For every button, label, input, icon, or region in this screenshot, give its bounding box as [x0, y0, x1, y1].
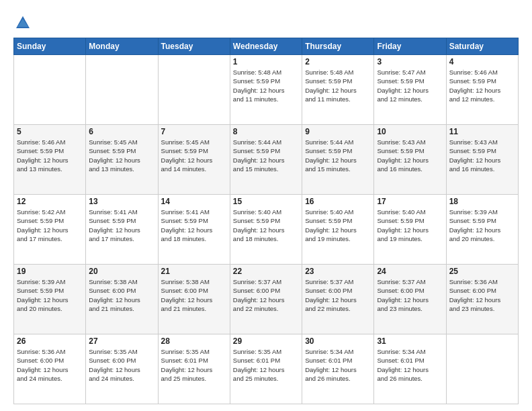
day-info: Sunrise: 5:39 AM Sunset: 5:59 PM Dayligh…	[17, 277, 83, 313]
calendar-cell: 2Sunrise: 5:48 AM Sunset: 5:59 PM Daylig…	[302, 55, 374, 125]
calendar-cell: 22Sunrise: 5:37 AM Sunset: 6:00 PM Dayli…	[230, 265, 302, 334]
calendar-cell: 20Sunrise: 5:38 AM Sunset: 6:00 PM Dayli…	[86, 265, 158, 334]
calendar-cell: 6Sunrise: 5:45 AM Sunset: 5:59 PM Daylig…	[86, 125, 158, 195]
day-info: Sunrise: 5:48 AM Sunset: 5:59 PM Dayligh…	[305, 68, 371, 103]
day-info: Sunrise: 5:37 AM Sunset: 6:00 PM Dayligh…	[233, 277, 299, 313]
calendar-cell	[158, 55, 230, 125]
calendar-cell: 23Sunrise: 5:37 AM Sunset: 6:00 PM Dayli…	[302, 265, 374, 334]
calendar-cell: 27Sunrise: 5:35 AM Sunset: 6:00 PM Dayli…	[86, 334, 158, 404]
calendar-cell: 19Sunrise: 5:39 AM Sunset: 5:59 PM Dayli…	[14, 265, 86, 334]
calendar-week-row: 26Sunrise: 5:36 AM Sunset: 6:00 PM Dayli…	[14, 334, 519, 404]
day-info: Sunrise: 5:43 AM Sunset: 5:59 PM Dayligh…	[449, 138, 515, 173]
day-info: Sunrise: 5:35 AM Sunset: 6:01 PM Dayligh…	[161, 347, 227, 383]
calendar-cell: 31Sunrise: 5:34 AM Sunset: 6:01 PM Dayli…	[374, 334, 446, 404]
day-header-saturday: Saturday	[446, 38, 518, 55]
day-header-tuesday: Tuesday	[158, 38, 230, 55]
calendar-cell: 14Sunrise: 5:41 AM Sunset: 5:59 PM Dayli…	[158, 195, 230, 265]
day-info: Sunrise: 5:40 AM Sunset: 5:59 PM Dayligh…	[305, 208, 371, 243]
day-number: 16	[305, 197, 371, 206]
calendar-week-row: 1Sunrise: 5:48 AM Sunset: 5:59 PM Daylig…	[14, 55, 519, 125]
calendar-cell: 3Sunrise: 5:47 AM Sunset: 5:59 PM Daylig…	[374, 55, 446, 125]
day-number: 19	[17, 267, 83, 276]
calendar-cell: 13Sunrise: 5:41 AM Sunset: 5:59 PM Dayli…	[86, 195, 158, 265]
day-number: 5	[17, 127, 83, 136]
calendar-cell: 24Sunrise: 5:37 AM Sunset: 6:00 PM Dayli…	[374, 265, 446, 334]
day-info: Sunrise: 5:44 AM Sunset: 5:59 PM Dayligh…	[233, 138, 299, 173]
calendar-cell: 5Sunrise: 5:46 AM Sunset: 5:59 PM Daylig…	[14, 125, 86, 195]
header	[13, 11, 519, 32]
day-number: 23	[305, 267, 371, 276]
calendar-cell: 8Sunrise: 5:44 AM Sunset: 5:59 PM Daylig…	[230, 125, 302, 195]
day-header-sunday: Sunday	[14, 38, 86, 55]
day-number: 6	[89, 127, 154, 136]
day-info: Sunrise: 5:42 AM Sunset: 5:59 PM Dayligh…	[17, 208, 83, 243]
calendar-cell: 7Sunrise: 5:45 AM Sunset: 5:59 PM Daylig…	[158, 125, 230, 195]
day-header-wednesday: Wednesday	[230, 38, 302, 55]
day-info: Sunrise: 5:41 AM Sunset: 5:59 PM Dayligh…	[161, 208, 227, 243]
day-info: Sunrise: 5:46 AM Sunset: 5:59 PM Dayligh…	[449, 68, 515, 103]
day-number: 25	[449, 267, 515, 276]
day-info: Sunrise: 5:34 AM Sunset: 6:01 PM Dayligh…	[305, 347, 371, 383]
day-info: Sunrise: 5:38 AM Sunset: 6:00 PM Dayligh…	[89, 277, 154, 313]
day-info: Sunrise: 5:34 AM Sunset: 6:01 PM Dayligh…	[377, 347, 443, 383]
day-number: 27	[89, 336, 154, 346]
calendar-cell: 1Sunrise: 5:48 AM Sunset: 5:59 PM Daylig…	[230, 55, 302, 125]
day-number: 2	[305, 57, 371, 66]
day-info: Sunrise: 5:41 AM Sunset: 5:59 PM Dayligh…	[89, 208, 154, 243]
day-number: 26	[17, 336, 83, 346]
day-info: Sunrise: 5:40 AM Sunset: 5:59 PM Dayligh…	[377, 208, 443, 243]
calendar-cell: 28Sunrise: 5:35 AM Sunset: 6:01 PM Dayli…	[158, 334, 230, 404]
day-info: Sunrise: 5:36 AM Sunset: 6:00 PM Dayligh…	[449, 277, 515, 313]
day-number: 31	[377, 336, 443, 346]
day-header-friday: Friday	[374, 38, 446, 55]
day-info: Sunrise: 5:35 AM Sunset: 6:00 PM Dayligh…	[89, 347, 154, 383]
day-number: 12	[17, 197, 83, 206]
logo-icon	[13, 13, 32, 32]
day-number: 8	[233, 127, 299, 136]
day-number: 20	[89, 267, 154, 276]
calendar-cell: 26Sunrise: 5:36 AM Sunset: 6:00 PM Dayli…	[14, 334, 86, 404]
calendar-cell: 16Sunrise: 5:40 AM Sunset: 5:59 PM Dayli…	[302, 195, 374, 265]
svg-marker-1	[17, 19, 28, 27]
calendar-cell: 12Sunrise: 5:42 AM Sunset: 5:59 PM Dayli…	[14, 195, 86, 265]
calendar-cell: 17Sunrise: 5:40 AM Sunset: 5:59 PM Dayli…	[374, 195, 446, 265]
day-info: Sunrise: 5:46 AM Sunset: 5:59 PM Dayligh…	[17, 138, 83, 173]
logo	[13, 13, 35, 32]
calendar-cell: 30Sunrise: 5:34 AM Sunset: 6:01 PM Dayli…	[302, 334, 374, 404]
day-info: Sunrise: 5:48 AM Sunset: 5:59 PM Dayligh…	[233, 68, 299, 103]
day-info: Sunrise: 5:40 AM Sunset: 5:59 PM Dayligh…	[233, 208, 299, 243]
day-number: 10	[377, 127, 443, 136]
day-info: Sunrise: 5:35 AM Sunset: 6:01 PM Dayligh…	[233, 347, 299, 383]
calendar-cell	[14, 55, 86, 125]
calendar-cell: 10Sunrise: 5:43 AM Sunset: 5:59 PM Dayli…	[374, 125, 446, 195]
calendar-cell: 29Sunrise: 5:35 AM Sunset: 6:01 PM Dayli…	[230, 334, 302, 404]
day-number: 21	[161, 267, 227, 276]
day-info: Sunrise: 5:47 AM Sunset: 5:59 PM Dayligh…	[377, 68, 443, 103]
calendar-cell: 9Sunrise: 5:44 AM Sunset: 5:59 PM Daylig…	[302, 125, 374, 195]
day-number: 1	[233, 57, 299, 66]
day-number: 9	[305, 127, 371, 136]
day-info: Sunrise: 5:36 AM Sunset: 6:00 PM Dayligh…	[17, 347, 83, 383]
day-number: 28	[161, 336, 227, 346]
calendar-cell: 18Sunrise: 5:39 AM Sunset: 5:59 PM Dayli…	[446, 195, 518, 265]
day-number: 18	[449, 197, 515, 206]
day-number: 17	[377, 197, 443, 206]
day-info: Sunrise: 5:43 AM Sunset: 5:59 PM Dayligh…	[377, 138, 443, 173]
day-number: 24	[377, 267, 443, 276]
calendar-header-row: SundayMondayTuesdayWednesdayThursdayFrid…	[14, 38, 519, 55]
calendar-table: SundayMondayTuesdayWednesdayThursdayFrid…	[13, 38, 519, 404]
calendar-cell	[446, 334, 518, 404]
day-header-monday: Monday	[86, 38, 158, 55]
day-number: 22	[233, 267, 299, 276]
calendar-cell	[86, 55, 158, 125]
calendar-cell: 11Sunrise: 5:43 AM Sunset: 5:59 PM Dayli…	[446, 125, 518, 195]
day-number: 4	[449, 57, 515, 66]
calendar-cell: 21Sunrise: 5:38 AM Sunset: 6:00 PM Dayli…	[158, 265, 230, 334]
calendar-week-row: 12Sunrise: 5:42 AM Sunset: 5:59 PM Dayli…	[14, 195, 519, 265]
calendar-week-row: 19Sunrise: 5:39 AM Sunset: 5:59 PM Dayli…	[14, 265, 519, 334]
calendar-cell: 15Sunrise: 5:40 AM Sunset: 5:59 PM Dayli…	[230, 195, 302, 265]
calendar-cell: 4Sunrise: 5:46 AM Sunset: 5:59 PM Daylig…	[446, 55, 518, 125]
day-info: Sunrise: 5:45 AM Sunset: 5:59 PM Dayligh…	[89, 138, 154, 173]
day-number: 15	[233, 197, 299, 206]
day-info: Sunrise: 5:37 AM Sunset: 6:00 PM Dayligh…	[305, 277, 371, 313]
